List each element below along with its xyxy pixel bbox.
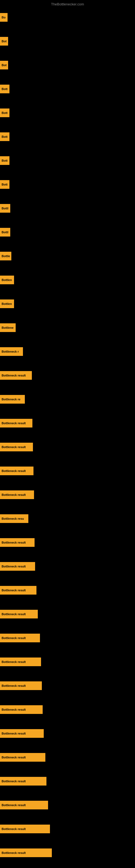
bar-5: Bott (0, 108, 9, 117)
bar-label-34: Bottleneck result (2, 803, 26, 807)
bar-row-9: Bottl (0, 196, 135, 220)
bar-label-12: Bottlen (2, 278, 12, 282)
bar-label-33: Bottleneck result (2, 780, 26, 783)
bar-row-6: Bott (0, 125, 135, 149)
bar-4: Bott (0, 85, 9, 93)
bar-label-10: Bottl (2, 230, 8, 234)
bar-label-21: Bottleneck result (2, 493, 26, 496)
bar-36: Bottleneck result (0, 848, 52, 857)
bar-label-25: Bottleneck result (2, 589, 26, 592)
bars-container: BoBotBotBottBottBottBottBottBottlBottlBo… (0, 5, 135, 865)
bar-12: Bottlen (0, 276, 14, 284)
bar-row-7: Bott (0, 149, 135, 173)
bar-row-35: Bottleneck result (0, 817, 135, 841)
bar-29: Bottleneck result (0, 681, 42, 690)
bar-34: Bottleneck result (0, 801, 48, 809)
bar-row-15: Bottleneck r (0, 340, 135, 364)
bar-label-36: Bottleneck result (2, 851, 26, 855)
bar-row-32: Bottleneck result (0, 745, 135, 769)
bar-6: Bott (0, 132, 9, 141)
bar-label-7: Bott (2, 159, 8, 162)
bar-19: Bottleneck result (0, 443, 33, 452)
bar-row-5: Bott (0, 101, 135, 125)
bar-label-13: Bottlen (2, 302, 12, 305)
bar-1: Bo (0, 13, 8, 22)
bar-24: Bottleneck result (0, 562, 35, 571)
bar-row-19: Bottleneck result (0, 435, 135, 459)
bar-16: Bottleneck result (0, 371, 32, 380)
bar-row-13: Bottlen (0, 292, 135, 316)
bar-row-21: Bottleneck result (0, 483, 135, 507)
bar-label-14: Bottlene (2, 326, 13, 329)
bar-25: Bottleneck result (0, 586, 37, 595)
bar-row-29: Bottleneck result (0, 674, 135, 698)
bar-22: Bottleneck resu (0, 514, 28, 523)
bar-30: Bottleneck result (0, 705, 43, 714)
bar-row-24: Bottleneck result (0, 554, 135, 578)
bar-row-4: Bott (0, 77, 135, 101)
bar-label-23: Bottleneck result (2, 541, 26, 544)
bar-7: Bott (0, 156, 9, 165)
bar-13: Bottlen (0, 300, 14, 308)
bar-11: Bottle (0, 252, 11, 260)
bar-label-9: Bottl (2, 207, 8, 210)
bar-label-26: Bottleneck result (2, 613, 26, 616)
bar-label-29: Bottleneck result (2, 684, 26, 687)
bar-label-22: Bottleneck resu (2, 517, 24, 520)
bar-row-10: Bottl (0, 220, 135, 244)
bar-label-27: Bottleneck result (2, 637, 26, 640)
bar-label-11: Bottle (2, 254, 10, 258)
bar-label-8: Bott (2, 183, 8, 186)
bar-row-12: Bottlen (0, 268, 135, 292)
bar-9: Bottl (0, 204, 10, 213)
bar-17: Bottleneck re (0, 395, 25, 404)
bar-row-26: Bottleneck result (0, 602, 135, 626)
bar-15: Bottleneck r (0, 347, 23, 356)
bar-label-30: Bottleneck result (2, 708, 26, 711)
bar-label-24: Bottleneck result (2, 565, 26, 568)
bar-14: Bottlene (0, 323, 16, 332)
bar-row-30: Bottleneck result (0, 698, 135, 721)
bar-8: Bott (0, 180, 9, 189)
bar-label-19: Bottleneck result (2, 445, 26, 448)
bar-31: Bottleneck result (0, 729, 44, 738)
bar-label-3: Bot (2, 63, 6, 67)
bar-2: Bot (0, 37, 8, 45)
bar-row-16: Bottleneck result (0, 364, 135, 388)
bar-row-8: Bott (0, 173, 135, 196)
bar-27: Bottleneck result (0, 633, 40, 642)
bar-35: Bottleneck result (0, 825, 50, 833)
bar-label-4: Bott (2, 87, 8, 91)
bar-row-27: Bottleneck result (0, 626, 135, 650)
bar-label-1: Bo (2, 16, 6, 19)
bar-row-34: Bottleneck result (0, 793, 135, 817)
bar-label-2: Bot (2, 40, 6, 43)
bar-23: Bottleneck result (0, 538, 35, 547)
bar-label-17: Bottleneck re (2, 398, 20, 401)
bar-row-18: Bottleneck result (0, 411, 135, 435)
bar-row-31: Bottleneck result (0, 721, 135, 745)
bar-33: Bottleneck result (0, 777, 46, 785)
bar-label-18: Bottleneck result (2, 422, 26, 425)
bar-label-32: Bottleneck result (2, 756, 26, 759)
bar-label-15: Bottleneck r (2, 350, 19, 353)
bar-row-1: Bo (0, 5, 135, 29)
bar-row-23: Bottleneck result (0, 531, 135, 554)
bar-21: Bottleneck result (0, 490, 34, 499)
bar-row-2: Bot (0, 29, 135, 53)
bar-label-5: Bott (2, 111, 8, 115)
bar-18: Bottleneck result (0, 419, 32, 428)
bar-row-20: Bottleneck result (0, 459, 135, 483)
bar-row-11: Bottle (0, 244, 135, 268)
bar-row-14: Bottlene (0, 316, 135, 340)
bar-20: Bottleneck result (0, 467, 34, 475)
bar-10: Bottl (0, 228, 10, 237)
bar-32: Bottleneck result (0, 753, 45, 762)
bar-row-36: Bottleneck result (0, 841, 135, 865)
bar-row-33: Bottleneck result (0, 769, 135, 793)
bar-row-17: Bottleneck re (0, 388, 135, 411)
bar-26: Bottleneck result (0, 610, 38, 618)
bar-label-28: Bottleneck result (2, 660, 26, 663)
bar-label-6: Bott (2, 135, 8, 138)
bar-row-28: Bottleneck result (0, 650, 135, 674)
